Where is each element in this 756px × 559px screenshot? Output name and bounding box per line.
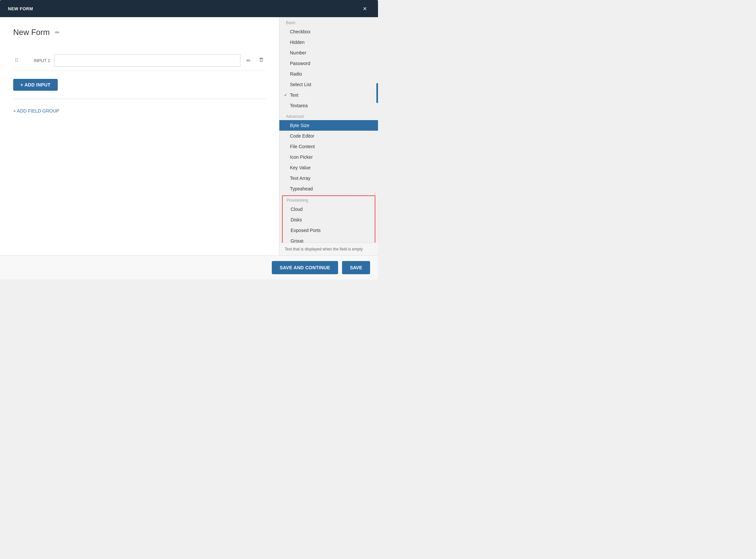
dropdown-item[interactable]: Exposed Ports	[283, 225, 375, 236]
dropdown-item[interactable]: Byte Size	[279, 120, 378, 131]
dropdown-item[interactable]: Textarea	[279, 100, 378, 111]
dropdown-item[interactable]: Code Editor	[279, 131, 378, 141]
dropdown-item[interactable]: Group	[283, 236, 375, 243]
dropdown-item[interactable]: Icon Picker	[279, 152, 378, 162]
field-description: Text that is displayed when the field is…	[279, 243, 378, 255]
edit-form-title-button[interactable]: ✏	[54, 28, 61, 37]
dropdown-item[interactable]: Typeahead	[279, 183, 378, 194]
add-input-button[interactable]: + ADD INPUT	[13, 79, 58, 91]
dropdown-item[interactable]: Disks	[283, 215, 375, 225]
save-button[interactable]: SAVE	[342, 261, 370, 274]
right-panel: BasicCheckboxHiddenNumberPasswordRadioSe…	[279, 17, 378, 255]
delete-input-button[interactable]	[257, 56, 266, 65]
modal-footer: SAVE AND CONTINUE SAVE	[0, 255, 378, 280]
dropdown-list: BasicCheckboxHiddenNumberPasswordRadioSe…	[279, 17, 378, 243]
dropdown-item[interactable]: Cloud	[283, 204, 375, 215]
edit-input-button[interactable]: ✏	[245, 56, 253, 65]
dropdown-item[interactable]: Radio	[279, 69, 378, 79]
group-label-provisioning: Provisioning	[283, 196, 375, 204]
save-and-continue-button[interactable]: SAVE AND CONTINUE	[272, 261, 338, 274]
input-label: INPUT 1	[24, 58, 50, 63]
dropdown-item[interactable]: Number	[279, 47, 378, 58]
modal-body: New Form ✏ ⠿ INPUT 1 ✏ + ADD INPUT	[0, 17, 378, 255]
close-button[interactable]: ×	[360, 3, 370, 14]
dropdown-item[interactable]: Checkbox	[279, 26, 378, 37]
trash-icon	[259, 57, 264, 62]
group-label-advanced: Advanced	[279, 111, 378, 120]
provisioning-section: ProvisioningCloudDisksExposed PortsGroup…	[282, 195, 375, 243]
dropdown-item[interactable]: File Content	[279, 141, 378, 152]
group-label-basic: Basic	[279, 17, 378, 26]
main-content: New Form ✏ ⠿ INPUT 1 ✏ + ADD INPUT	[0, 17, 279, 255]
input-field[interactable]	[54, 54, 240, 67]
drag-handle-icon[interactable]: ⠿	[13, 56, 20, 65]
modal: NEW FORM × New Form ✏ ⠿ INPUT 1 ✏	[0, 0, 378, 280]
modal-title: NEW FORM	[8, 6, 33, 11]
modal-header: NEW FORM ×	[0, 0, 378, 17]
dropdown-item[interactable]: Key Value	[279, 162, 378, 173]
dropdown-item[interactable]: Password	[279, 58, 378, 69]
divider	[13, 99, 266, 99]
dropdown-item[interactable]: Hidden	[279, 37, 378, 47]
form-title: New Form	[13, 28, 50, 37]
dropdown-item[interactable]: Text	[279, 90, 378, 100]
dropdown-item[interactable]: Text Array	[279, 173, 378, 183]
add-field-group-button[interactable]: + ADD FIELD GROUP	[13, 107, 60, 115]
form-title-row: New Form ✏	[13, 28, 266, 37]
input-row: ⠿ INPUT 1 ✏	[13, 50, 266, 71]
dropdown-item[interactable]: Select List	[279, 79, 378, 90]
